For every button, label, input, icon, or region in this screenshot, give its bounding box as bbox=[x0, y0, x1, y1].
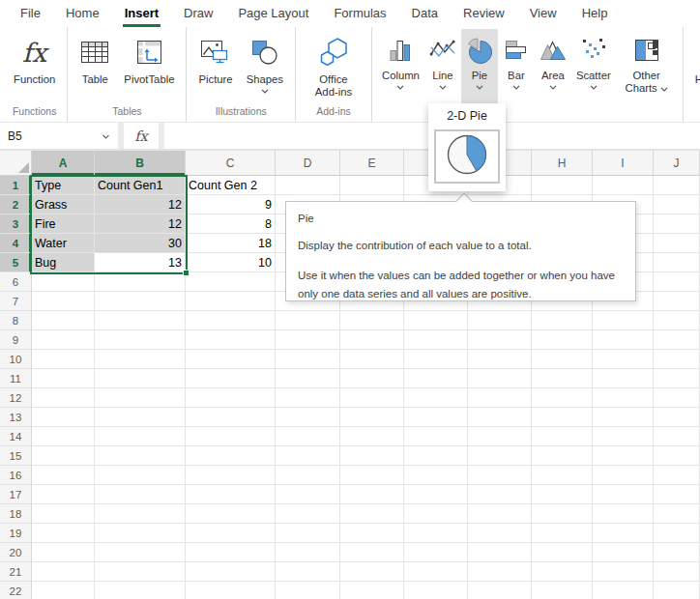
cell-e13[interactable] bbox=[340, 408, 404, 427]
cell-d9[interactable] bbox=[276, 330, 340, 350]
cell-b20[interactable] bbox=[95, 543, 186, 562]
cell-b15[interactable] bbox=[95, 446, 186, 466]
row-header-5[interactable]: 5 bbox=[0, 253, 32, 272]
cell-b21[interactable] bbox=[95, 562, 186, 582]
cell-a13[interactable] bbox=[32, 408, 95, 427]
row-header-13[interactable]: 13 bbox=[0, 408, 32, 427]
cell-g9[interactable] bbox=[468, 330, 532, 350]
cell-d18[interactable] bbox=[276, 504, 340, 524]
2d-pie-gallery-item[interactable] bbox=[434, 129, 500, 184]
cell-g12[interactable] bbox=[468, 388, 532, 408]
cell-i19[interactable] bbox=[593, 524, 654, 543]
cell-e16[interactable] bbox=[340, 466, 404, 485]
ribbon-button-scatter[interactable]: Scatter bbox=[571, 29, 616, 104]
cell-b18[interactable] bbox=[95, 504, 186, 524]
row-header-7[interactable]: 7 bbox=[0, 292, 32, 311]
cell-c10[interactable] bbox=[186, 350, 276, 369]
row-header-6[interactable]: 6 bbox=[0, 272, 32, 292]
cell-f11[interactable] bbox=[404, 369, 468, 388]
cell-c18[interactable] bbox=[186, 504, 276, 524]
ribbon-button-pivottable[interactable]: PivotTable bbox=[117, 29, 181, 104]
cell-c1[interactable]: Count Gen 2 bbox=[186, 176, 276, 195]
cell-c8[interactable] bbox=[186, 311, 276, 330]
row-header-15[interactable]: 15 bbox=[0, 446, 32, 466]
row-header-3[interactable]: 3 bbox=[0, 214, 32, 234]
cell-d10[interactable] bbox=[276, 350, 340, 369]
column-header-i[interactable]: I bbox=[593, 151, 654, 176]
cell-i20[interactable] bbox=[593, 543, 654, 562]
row-header-20[interactable]: 20 bbox=[0, 543, 32, 562]
cell-b10[interactable] bbox=[95, 350, 186, 369]
ribbon-button-bar[interactable]: Bar bbox=[498, 29, 535, 104]
menu-tab-insert[interactable]: Insert bbox=[112, 0, 171, 27]
cell-c17[interactable] bbox=[186, 485, 276, 504]
cell-g13[interactable] bbox=[468, 408, 532, 427]
row-header-10[interactable]: 10 bbox=[0, 350, 32, 369]
cell-e1[interactable] bbox=[340, 176, 404, 195]
cell-g8[interactable] bbox=[468, 311, 532, 330]
cell-h17[interactable] bbox=[532, 485, 593, 504]
cell-h21[interactable] bbox=[532, 562, 593, 582]
row-header-1[interactable]: 1 bbox=[0, 176, 32, 195]
cell-h22[interactable] bbox=[532, 582, 593, 599]
cell-a3[interactable]: Fire bbox=[32, 214, 95, 234]
cell-a20[interactable] bbox=[32, 543, 95, 562]
cell-h10[interactable] bbox=[532, 350, 593, 369]
cell-a7[interactable] bbox=[32, 292, 95, 311]
cell-d11[interactable] bbox=[276, 369, 340, 388]
cell-e12[interactable] bbox=[340, 388, 404, 408]
column-header-a[interactable]: A bbox=[32, 151, 95, 176]
cell-f8[interactable] bbox=[404, 311, 468, 330]
cell-d14[interactable] bbox=[276, 427, 340, 446]
cell-h15[interactable] bbox=[532, 446, 593, 466]
cell-f19[interactable] bbox=[404, 524, 468, 543]
row-header-18[interactable]: 18 bbox=[0, 504, 32, 524]
cell-h19[interactable] bbox=[532, 524, 593, 543]
cell-g19[interactable] bbox=[468, 524, 532, 543]
column-header-e[interactable]: E bbox=[340, 151, 404, 176]
ribbon-button-line[interactable]: Line bbox=[424, 29, 461, 104]
cell-j10[interactable] bbox=[654, 350, 700, 369]
cell-g10[interactable] bbox=[468, 350, 532, 369]
cell-c15[interactable] bbox=[186, 446, 276, 466]
cell-i10[interactable] bbox=[593, 350, 654, 369]
cell-b17[interactable] bbox=[95, 485, 186, 504]
cell-e20[interactable] bbox=[340, 543, 404, 562]
cell-h9[interactable] bbox=[532, 330, 593, 350]
cell-i13[interactable] bbox=[593, 408, 654, 427]
cell-c20[interactable] bbox=[186, 543, 276, 562]
cell-d1[interactable] bbox=[276, 176, 340, 195]
cell-g21[interactable] bbox=[468, 562, 532, 582]
cell-j21[interactable] bbox=[654, 562, 700, 582]
cell-h16[interactable] bbox=[532, 466, 593, 485]
column-header-d[interactable]: D bbox=[276, 151, 340, 176]
cell-b13[interactable] bbox=[95, 408, 186, 427]
cell-d15[interactable] bbox=[276, 446, 340, 466]
cell-f16[interactable] bbox=[404, 466, 468, 485]
cell-j2[interactable] bbox=[654, 195, 700, 214]
cell-a12[interactable] bbox=[32, 388, 95, 408]
cell-a14[interactable] bbox=[32, 427, 95, 446]
cell-b16[interactable] bbox=[95, 466, 186, 485]
cell-g20[interactable] bbox=[468, 543, 532, 562]
cell-h11[interactable] bbox=[532, 369, 593, 388]
cell-d21[interactable] bbox=[276, 562, 340, 582]
cell-b22[interactable] bbox=[95, 582, 186, 599]
cell-d12[interactable] bbox=[276, 388, 340, 408]
cell-d16[interactable] bbox=[276, 466, 340, 485]
cell-a19[interactable] bbox=[32, 524, 95, 543]
cell-a21[interactable] bbox=[32, 562, 95, 582]
cell-a10[interactable] bbox=[32, 350, 95, 369]
cell-g17[interactable] bbox=[468, 485, 532, 504]
cell-h18[interactable] bbox=[532, 504, 593, 524]
cell-j11[interactable] bbox=[654, 369, 700, 388]
cell-f17[interactable] bbox=[404, 485, 468, 504]
row-header-12[interactable]: 12 bbox=[0, 388, 32, 408]
ribbon-button-area[interactable]: Area bbox=[535, 29, 571, 104]
cell-i21[interactable] bbox=[593, 562, 654, 582]
ribbon-button-office-add-ins[interactable]: Office Add-ins bbox=[301, 29, 366, 104]
menu-tab-data[interactable]: Data bbox=[399, 0, 451, 27]
cell-c11[interactable] bbox=[186, 369, 276, 388]
cell-h20[interactable] bbox=[532, 543, 593, 562]
cell-f12[interactable] bbox=[404, 388, 468, 408]
